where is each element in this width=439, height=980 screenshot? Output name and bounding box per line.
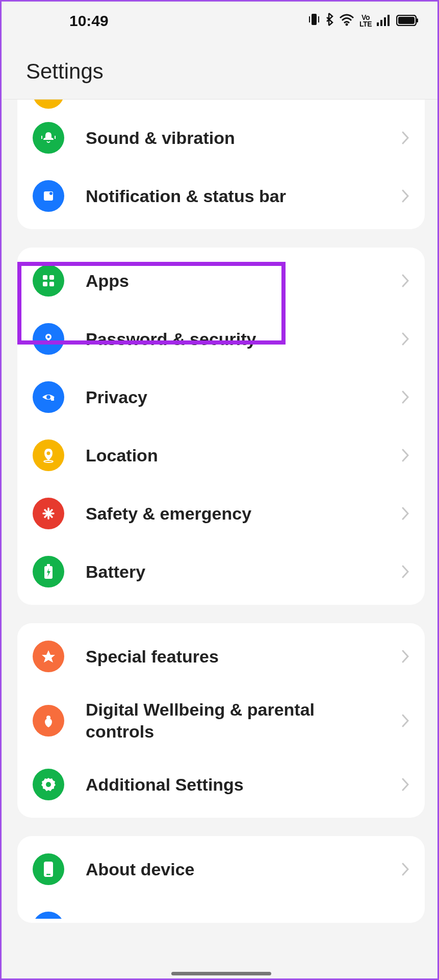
row-label: About device (86, 859, 380, 880)
svg-rect-9 (398, 17, 415, 24)
row-special[interactable]: Special features (17, 627, 425, 685)
svg-point-25 (47, 452, 50, 455)
chevron-right-icon (401, 448, 409, 462)
svg-point-34 (46, 782, 51, 787)
page-title: Settings (26, 59, 416, 84)
chevron-right-icon (401, 506, 409, 521)
row-notification[interactable]: Notification & status bar (17, 167, 425, 225)
svg-rect-32 (47, 564, 50, 566)
row-password[interactable]: Password & security (17, 310, 425, 368)
battery-icon (396, 12, 419, 30)
row-label: Additional Settings (86, 774, 380, 796)
row-sound[interactable]: Sound & vibration (17, 109, 425, 167)
chevron-right-icon (401, 862, 409, 876)
svg-point-14 (49, 192, 53, 195)
svg-rect-16 (49, 275, 54, 280)
signal-icon (377, 12, 391, 30)
svg-rect-12 (55, 136, 56, 139)
svg-rect-11 (41, 136, 42, 139)
svg-point-26 (44, 460, 53, 462)
wellbeing-icon (33, 705, 64, 737)
row-about[interactable]: About device (17, 840, 425, 898)
row-label: Password & security (86, 328, 380, 350)
svg-point-3 (346, 23, 348, 26)
svg-rect-0 (312, 14, 317, 25)
svg-point-20 (47, 336, 50, 338)
row-location[interactable]: Location (17, 426, 425, 484)
row-label: Apps (86, 270, 380, 292)
chevron-right-icon (401, 565, 409, 579)
sound-icon (33, 122, 64, 154)
svg-rect-7 (388, 15, 390, 26)
svg-rect-2 (318, 16, 319, 22)
row-label: Location (86, 445, 380, 467)
row-battery[interactable]: Battery (17, 543, 425, 601)
row-apps[interactable]: Apps (17, 252, 425, 310)
row-digital-wellbeing[interactable]: Digital Wellbeing & parental controls (17, 685, 425, 755)
row-cutoff-bottom[interactable] (17, 898, 425, 919)
row-label: Digital Wellbeing & parental controls (86, 699, 380, 742)
row-privacy[interactable]: Privacy (17, 368, 425, 426)
privacy-icon (33, 381, 64, 413)
star-icon (33, 641, 64, 672)
svg-rect-36 (46, 874, 50, 875)
gear-icon (33, 769, 64, 800)
svg-rect-5 (380, 20, 382, 26)
bluetooth-icon (325, 12, 334, 30)
home-indicator[interactable] (171, 972, 271, 975)
row-label: Sound & vibration (86, 127, 380, 149)
svg-rect-24 (51, 398, 54, 401)
device-icon (33, 853, 64, 885)
row-additional[interactable]: Additional Settings (17, 755, 425, 814)
chevron-right-icon (401, 189, 409, 203)
settings-list[interactable]: Sound & vibration Notification & status … (3, 99, 439, 969)
svg-rect-18 (49, 282, 54, 286)
notification-icon (33, 180, 64, 212)
svg-rect-22 (47, 342, 51, 344)
wifi-icon (339, 12, 354, 30)
chevron-right-icon (401, 649, 409, 664)
chevron-right-icon (401, 274, 409, 288)
svg-rect-4 (377, 22, 379, 26)
settings-group-2: Apps Password & security Privacy (17, 248, 425, 605)
unknown-icon (33, 912, 64, 919)
settings-group-1: Sound & vibration Notification & status … (17, 100, 425, 229)
row-label: Battery (86, 561, 380, 583)
emergency-icon (33, 498, 64, 529)
row-label: Special features (86, 646, 380, 668)
row-label: Notification & status bar (86, 185, 380, 207)
svg-point-23 (46, 395, 50, 399)
vibrate-icon (308, 12, 320, 30)
battery-setting-icon (33, 556, 64, 587)
chevron-right-icon (401, 390, 409, 404)
apps-icon (33, 265, 64, 297)
settings-group-4: About device (17, 836, 425, 923)
svg-rect-15 (43, 275, 47, 280)
row-label: Safety & emergency (86, 503, 380, 525)
row-safety[interactable]: Safety & emergency (17, 484, 425, 543)
settings-group-3: Special features Digital Wellbeing & par… (17, 623, 425, 818)
row-label: Privacy (86, 386, 380, 408)
svg-rect-10 (417, 18, 418, 22)
status-bar: 10:49 Vo LTE (3, 3, 439, 39)
page-header: Settings (3, 39, 439, 99)
chevron-right-icon (401, 714, 409, 728)
chevron-right-icon (401, 131, 409, 145)
svg-rect-6 (384, 17, 386, 26)
location-icon (33, 439, 64, 471)
svg-rect-17 (43, 282, 47, 286)
cutoff-row (17, 100, 425, 109)
chevron-right-icon (401, 332, 409, 346)
volte-icon: Vo LTE (359, 14, 372, 27)
key-icon (33, 323, 64, 355)
svg-rect-1 (309, 16, 310, 22)
status-icons: Vo LTE (308, 12, 419, 30)
chevron-right-icon (401, 777, 409, 792)
status-time: 10:49 (69, 12, 109, 30)
